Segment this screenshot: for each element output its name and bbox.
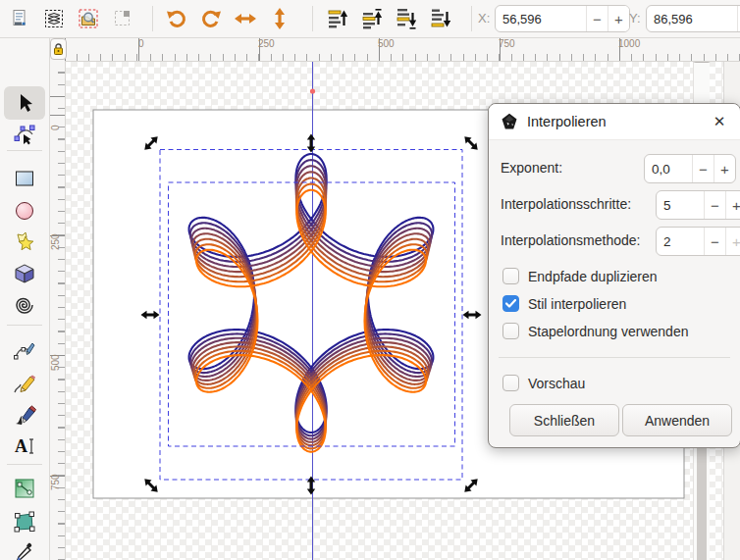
preview-label: Vorschau — [528, 376, 585, 391]
guide-anchor-dot[interactable] — [310, 88, 315, 93]
tool-spiral[interactable] — [8, 290, 41, 320]
interpolation-steps-label: Interpolationsschritte: — [501, 190, 631, 218]
close-button[interactable]: Schließen — [509, 404, 619, 436]
raise-button[interactable] — [356, 4, 386, 33]
y-coordinate-value[interactable]: 86,596 — [647, 6, 737, 31]
mesh-gradient-tool-icon — [13, 510, 36, 534]
tool-star[interactable] — [8, 228, 41, 257]
flip-vertical-icon — [268, 7, 291, 30]
flip-horizontal-icon — [234, 7, 257, 30]
tool-pen[interactable] — [8, 336, 41, 366]
select-all-layers-icon — [43, 8, 65, 29]
toolbox-separator — [7, 325, 42, 326]
interpolate-style-label: Stil interpolieren — [528, 296, 626, 312]
method-increment-button[interactable]: + — [725, 228, 740, 255]
toolbar-separator — [312, 6, 313, 31]
lower-button[interactable] — [391, 4, 420, 33]
preview-checkbox[interactable] — [502, 375, 519, 391]
interpolate-style-row[interactable]: Stil interpolieren — [502, 295, 626, 312]
dialog-separator — [499, 357, 730, 358]
interpolate-style-checkbox[interactable] — [502, 295, 519, 312]
lower-to-bottom-button[interactable] — [425, 4, 454, 33]
x-coordinate-spinbox: 56,596 − + — [495, 5, 630, 32]
horizontal-ruler[interactable]: 02505007501000 — [65, 37, 740, 62]
lower-to-bottom-icon — [429, 8, 450, 29]
select-all-layers-button[interactable] — [39, 4, 69, 33]
ruler-h-label: 750 — [499, 38, 515, 49]
x-increment-button[interactable]: + — [608, 6, 629, 31]
tool-mesh-gradient[interactable] — [8, 507, 41, 536]
toolbar-separator — [471, 6, 472, 31]
box3d-tool-icon — [13, 262, 36, 285]
tool-ellipse[interactable] — [8, 196, 41, 226]
select-same-icon — [78, 8, 99, 29]
ruler-corner — [49, 37, 65, 61]
flip-horizontal-button[interactable] — [231, 4, 260, 33]
dialog-title: Interpolieren — [527, 114, 607, 129]
x-decrement-button[interactable]: − — [586, 6, 608, 31]
exponent-value[interactable]: 0,0 — [645, 155, 692, 182]
toolbox-separator — [7, 464, 42, 465]
duplicate-endpaths-row[interactable]: Endpfade duplizieren — [502, 268, 658, 284]
ruler-h-label: 500 — [378, 38, 395, 49]
duplicate-endpaths-checkbox[interactable] — [502, 268, 519, 284]
dialog-close-button[interactable]: ✕ — [709, 111, 730, 132]
dialog-titlebar[interactable]: Interpolieren ✕ — [489, 104, 740, 140]
use-zorder-row[interactable]: Stapelordnung verwenden — [502, 323, 688, 339]
ruler-v-label: 500 — [50, 354, 61, 371]
x-coordinate-value[interactable]: 56,596 — [496, 6, 586, 31]
tool-node-editor[interactable] — [8, 119, 41, 148]
preview-row[interactable]: Vorschau — [502, 375, 585, 391]
ruler-v-label: 250 — [50, 233, 61, 250]
ruler-v-label: 750 — [50, 474, 61, 490]
tool-pencil[interactable] — [8, 370, 41, 399]
method-decrement-button[interactable]: − — [704, 228, 725, 255]
padlock-icon — [53, 43, 64, 56]
tool-text[interactable]: A — [8, 432, 41, 461]
ruler-v-label: 0 — [50, 125, 61, 130]
interpolation-method-value[interactable]: 2 — [657, 228, 704, 255]
use-zorder-checkbox[interactable] — [502, 323, 519, 339]
interpolation-steps-value[interactable]: 5 — [657, 191, 704, 219]
lock-rotation-button[interactable] — [50, 38, 67, 60]
toolbox: A — [0, 38, 50, 560]
selector-arrow-icon — [14, 92, 35, 114]
deselect-icon — [112, 8, 133, 29]
tool-dropper[interactable] — [8, 538, 41, 560]
raise-icon — [360, 8, 382, 29]
calligraphy-tool-icon — [13, 404, 36, 428]
deselect-button[interactable] — [108, 4, 137, 33]
tool-selector[interactable] — [4, 86, 45, 120]
exponent-increment-button[interactable]: + — [714, 155, 735, 182]
vertical-ruler[interactable]: 0250500750 — [49, 61, 66, 560]
rotate-cw-button[interactable] — [196, 4, 226, 33]
toolbar-separator — [152, 6, 153, 31]
tool-3dbox[interactable] — [8, 259, 41, 288]
steps-decrement-button[interactable]: − — [704, 191, 725, 219]
text-tool-icon: A — [13, 434, 36, 458]
tool-calligraphy[interactable] — [8, 401, 41, 431]
steps-increment-button[interactable]: + — [725, 191, 740, 219]
y-coordinate-spinbox: 86,596 − + — [646, 5, 740, 32]
tool-rectangle[interactable] — [8, 164, 41, 193]
y-coordinate-label: Y: — [629, 11, 641, 25]
select-all-button[interactable] — [5, 4, 34, 33]
tool-gradient[interactable] — [8, 474, 41, 503]
x-coordinate-label: X: — [478, 11, 490, 25]
ellipse-tool-icon — [13, 199, 36, 223]
raise-to-top-button[interactable] — [322, 4, 351, 33]
select-same-button[interactable] — [74, 4, 103, 33]
star-tool-icon — [13, 230, 36, 254]
pen-tool-icon — [13, 339, 36, 363]
rotate-ccw-button[interactable] — [162, 4, 191, 33]
pencil-tool-icon — [13, 373, 36, 396]
rotate-cw-icon — [199, 7, 223, 30]
raise-to-top-icon — [326, 8, 347, 29]
flip-vertical-button[interactable] — [265, 4, 294, 33]
inkscape-logo-icon — [500, 112, 519, 131]
select-all-icon — [9, 8, 30, 29]
apply-button[interactable]: Anwenden — [622, 404, 732, 436]
interpolation-steps-spinbox: 5 − + — [656, 190, 740, 220]
rectangle-tool-icon — [13, 167, 36, 190]
exponent-decrement-button[interactable]: − — [692, 155, 714, 182]
